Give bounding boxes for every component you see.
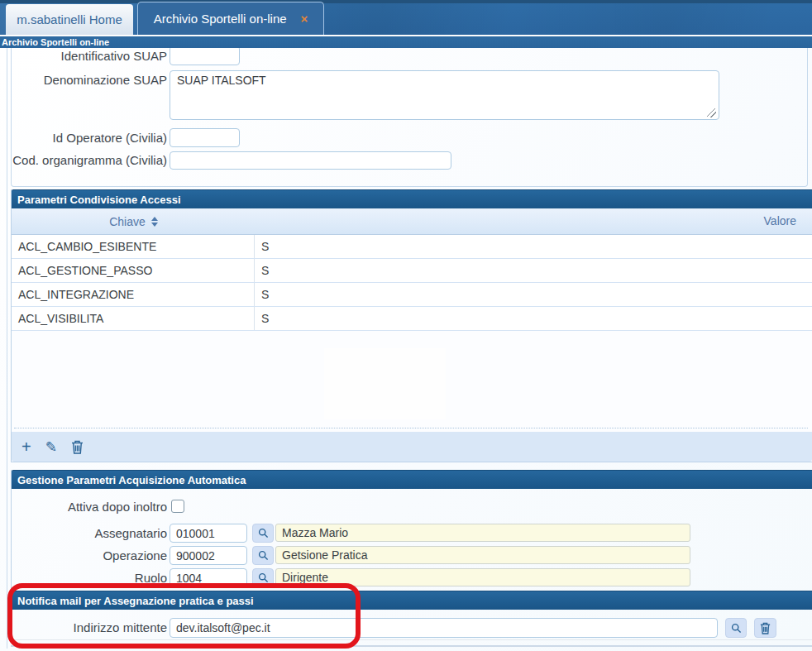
operazione-description: Getsione Pratica xyxy=(275,546,690,564)
textarea-resize-handle[interactable] xyxy=(707,108,716,117)
search-icon xyxy=(258,528,269,539)
attiva-dopo-inoltro-checkbox[interactable] xyxy=(171,500,184,513)
acl-section: Parametri Condivisione Accessi Chiave Va… xyxy=(11,189,812,462)
footer-divider xyxy=(11,645,812,647)
denominazione-suap-textarea[interactable]: SUAP ITALSOFT xyxy=(170,70,719,120)
sort-icon xyxy=(151,217,158,227)
denominazione-suap-label: Denominazione SUAP xyxy=(10,73,167,88)
search-icon xyxy=(258,550,269,561)
assegnatario-description: Mazza Mario xyxy=(275,524,690,542)
cod-organigramma-label: Cod. organigramma (Civilia) xyxy=(10,153,167,168)
acl-section-title: Parametri Condivisione Accessi xyxy=(12,189,812,208)
grid-footer-separator xyxy=(14,428,808,428)
table-row[interactable]: ACL_VISIBILITA S xyxy=(12,307,812,331)
assegnatario-code-input[interactable] xyxy=(170,524,247,543)
acl-table-header: Chiave Valore xyxy=(12,208,812,235)
cell-chiave: ACL_INTEGRAZIONE xyxy=(12,283,255,306)
grid-watermark xyxy=(324,348,446,419)
chiave-header-label: Chiave xyxy=(109,215,146,228)
cell-chiave: ACL_VISIBILITA xyxy=(12,307,255,330)
ruolo-label: Ruolo xyxy=(10,571,167,586)
table-row[interactable]: ACL_CAMBIO_ESIBENTE S xyxy=(12,235,812,259)
mittente-delete-button[interactable] xyxy=(754,618,776,638)
acquisizione-section-title: Gestione Parametri Acquisizione Automati… xyxy=(12,470,812,489)
assegnatario-search-button[interactable] xyxy=(252,524,274,543)
cell-chiave: ACL_GESTIONE_PASSO xyxy=(12,259,255,282)
indirizzo-mittente-input[interactable] xyxy=(170,618,718,638)
indirizzo-mittente-label: Indirizzo mittente xyxy=(10,620,167,635)
search-icon xyxy=(258,572,269,583)
operazione-code-input[interactable] xyxy=(170,546,247,565)
operazione-search-button[interactable] xyxy=(252,546,274,565)
cell-valore: S xyxy=(255,283,269,306)
cell-valore: S xyxy=(255,307,269,330)
id-operatore-input[interactable] xyxy=(170,128,240,147)
table-row[interactable]: ACL_GESTIONE_PASSO S xyxy=(12,259,812,283)
search-icon xyxy=(731,623,742,634)
column-header-valore: Valore xyxy=(764,208,796,234)
app-window: Identificativo SUAP Denominazione SUAP S… xyxy=(0,0,812,651)
tab-archivio-sportelli[interactable]: Archivio Sportelli on-line × xyxy=(137,2,324,35)
footer-divider xyxy=(11,639,812,640)
cell-valore: S xyxy=(255,259,269,282)
cod-organigramma-input[interactable] xyxy=(170,151,451,170)
edit-row-icon[interactable]: ✎ xyxy=(45,438,57,456)
mittente-search-button[interactable] xyxy=(725,618,747,638)
add-row-icon[interactable]: + xyxy=(21,440,31,453)
operazione-label: Operazione xyxy=(10,548,167,563)
tab-bar: m.sabatinelli Home Archivio Sportelli on… xyxy=(0,0,812,35)
cell-valore: S xyxy=(255,235,269,258)
column-header-chiave[interactable]: Chiave xyxy=(12,208,256,234)
delete-row-icon[interactable] xyxy=(71,440,84,454)
close-tab-icon[interactable]: × xyxy=(301,12,308,26)
cell-chiave: ACL_CAMBIO_ESIBENTE xyxy=(12,235,255,258)
identificativo-suap-input[interactable] xyxy=(170,45,240,65)
acl-toolbar: + ✎ xyxy=(12,432,812,462)
ruolo-search-button[interactable] xyxy=(252,568,274,587)
identificativo-suap-label: Identificativo SUAP xyxy=(10,49,167,64)
ruolo-description: Dirigente xyxy=(275,568,690,586)
table-row[interactable]: ACL_INTEGRAZIONE S xyxy=(12,283,812,307)
ruolo-code-input[interactable] xyxy=(170,568,247,587)
acl-table-body: ACL_CAMBIO_ESIBENTE S ACL_GESTIONE_PASSO… xyxy=(12,235,812,331)
notifica-section-title: Notifica mail per Assegnazione pratica e… xyxy=(12,591,812,610)
assegnatario-label: Assegnatario xyxy=(10,526,167,541)
tab-archivio-label: Archivio Sportelli on-line xyxy=(154,12,287,26)
panel-left-border xyxy=(7,48,7,649)
attiva-dopo-inoltro-label: Attiva dopo inoltro xyxy=(10,500,167,515)
top-strip xyxy=(0,0,812,3)
tab-home[interactable]: m.sabatinelli Home xyxy=(6,4,133,35)
breadcrumb: Archivio Sportelli on-line xyxy=(0,36,812,48)
tab-home-label: m.sabatinelli Home xyxy=(17,12,122,26)
id-operatore-label: Id Operatore (Civilia) xyxy=(10,131,167,146)
trash-icon xyxy=(760,622,771,634)
